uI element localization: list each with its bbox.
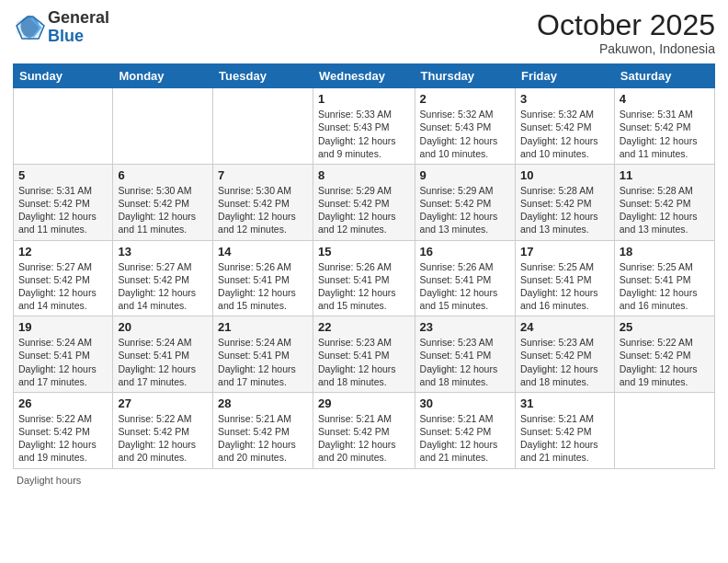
table-row: 26Sunrise: 5:22 AM Sunset: 5:42 PM Dayli… <box>14 392 113 468</box>
logo-general-text: General <box>48 9 109 28</box>
day-number: 5 <box>18 168 108 182</box>
table-row <box>113 88 213 165</box>
table-row: 29Sunrise: 5:21 AM Sunset: 5:42 PM Dayli… <box>313 392 415 468</box>
table-row: 19Sunrise: 5:24 AM Sunset: 5:41 PM Dayli… <box>14 316 113 393</box>
logo-text: General Blue <box>48 9 109 46</box>
logo: General Blue <box>13 9 109 46</box>
day-number: 19 <box>18 320 108 334</box>
day-info: Sunrise: 5:26 AM Sunset: 5:41 PM Dayligh… <box>218 260 308 313</box>
day-number: 29 <box>318 396 410 410</box>
calendar-table: Sunday Monday Tuesday Wednesday Thursday… <box>13 63 715 468</box>
day-number: 31 <box>520 396 609 410</box>
day-info: Sunrise: 5:23 AM Sunset: 5:41 PM Dayligh… <box>318 336 410 388</box>
day-info: Sunrise: 5:29 AM Sunset: 5:42 PM Dayligh… <box>318 184 410 236</box>
day-info: Sunrise: 5:32 AM Sunset: 5:43 PM Dayligh… <box>420 108 510 160</box>
table-row: 16Sunrise: 5:26 AM Sunset: 5:41 PM Dayli… <box>415 240 515 316</box>
col-friday: Friday <box>515 64 614 88</box>
table-row: 14Sunrise: 5:26 AM Sunset: 5:41 PM Dayli… <box>213 240 313 316</box>
table-row: 30Sunrise: 5:21 AM Sunset: 5:42 PM Dayli… <box>415 392 515 468</box>
day-number: 6 <box>118 168 208 182</box>
day-info: Sunrise: 5:31 AM Sunset: 5:42 PM Dayligh… <box>620 108 710 160</box>
day-info: Sunrise: 5:22 AM Sunset: 5:42 PM Dayligh… <box>18 412 108 465</box>
table-row: 21Sunrise: 5:24 AM Sunset: 5:41 PM Dayli… <box>213 316 313 393</box>
day-number: 25 <box>620 320 710 334</box>
table-row: 4Sunrise: 5:31 AM Sunset: 5:42 PM Daylig… <box>614 88 714 165</box>
day-number: 17 <box>520 245 609 259</box>
calendar-week-row: 26Sunrise: 5:22 AM Sunset: 5:42 PM Dayli… <box>14 392 715 468</box>
calendar-header-row: Sunday Monday Tuesday Wednesday Thursday… <box>14 64 715 88</box>
day-number: 18 <box>620 245 710 259</box>
day-info: Sunrise: 5:26 AM Sunset: 5:41 PM Dayligh… <box>420 260 510 313</box>
col-wednesday: Wednesday <box>313 64 415 88</box>
day-info: Sunrise: 5:28 AM Sunset: 5:42 PM Dayligh… <box>620 184 710 236</box>
day-info: Sunrise: 5:30 AM Sunset: 5:42 PM Dayligh… <box>118 184 208 236</box>
day-number: 16 <box>420 245 510 259</box>
day-info: Sunrise: 5:23 AM Sunset: 5:42 PM Dayligh… <box>520 336 609 388</box>
day-number: 23 <box>420 320 510 334</box>
day-info: Sunrise: 5:21 AM Sunset: 5:42 PM Dayligh… <box>420 412 510 465</box>
table-row: 18Sunrise: 5:25 AM Sunset: 5:41 PM Dayli… <box>614 240 714 316</box>
day-info: Sunrise: 5:32 AM Sunset: 5:42 PM Dayligh… <box>520 108 609 160</box>
table-row: 17Sunrise: 5:25 AM Sunset: 5:41 PM Dayli… <box>515 240 614 316</box>
day-number: 11 <box>620 168 710 182</box>
col-saturday: Saturday <box>614 64 714 88</box>
day-number: 9 <box>420 168 510 182</box>
day-number: 21 <box>218 320 308 334</box>
day-info: Sunrise: 5:25 AM Sunset: 5:41 PM Dayligh… <box>620 260 710 313</box>
day-number: 30 <box>420 396 510 410</box>
day-info: Sunrise: 5:21 AM Sunset: 5:42 PM Dayligh… <box>218 412 308 465</box>
daylight-hours-label: Daylight hours <box>17 475 81 486</box>
col-sunday: Sunday <box>14 64 113 88</box>
day-info: Sunrise: 5:28 AM Sunset: 5:42 PM Dayligh… <box>520 184 609 236</box>
day-number: 3 <box>520 92 609 106</box>
day-info: Sunrise: 5:21 AM Sunset: 5:42 PM Dayligh… <box>520 412 609 465</box>
day-number: 20 <box>118 320 208 334</box>
table-row: 3Sunrise: 5:32 AM Sunset: 5:42 PM Daylig… <box>515 88 614 165</box>
day-info: Sunrise: 5:29 AM Sunset: 5:42 PM Dayligh… <box>420 184 510 236</box>
col-tuesday: Tuesday <box>213 64 313 88</box>
title-block: October 2025 Pakuwon, Indonesia <box>537 9 715 56</box>
logo-blue-text: Blue <box>48 28 109 46</box>
day-info: Sunrise: 5:22 AM Sunset: 5:42 PM Dayligh… <box>118 412 208 465</box>
day-info: Sunrise: 5:22 AM Sunset: 5:42 PM Dayligh… <box>620 336 710 388</box>
day-number: 10 <box>520 168 609 182</box>
header: General Blue October 2025 Pakuwon, Indon… <box>13 9 715 56</box>
table-row: 13Sunrise: 5:27 AM Sunset: 5:42 PM Dayli… <box>113 240 213 316</box>
day-number: 27 <box>118 396 208 410</box>
day-info: Sunrise: 5:30 AM Sunset: 5:42 PM Dayligh… <box>218 184 308 236</box>
table-row <box>614 392 714 468</box>
table-row <box>14 88 113 165</box>
day-number: 12 <box>18 245 108 259</box>
day-info: Sunrise: 5:31 AM Sunset: 5:42 PM Dayligh… <box>18 184 108 236</box>
col-monday: Monday <box>113 64 213 88</box>
table-row: 31Sunrise: 5:21 AM Sunset: 5:42 PM Dayli… <box>515 392 614 468</box>
day-info: Sunrise: 5:24 AM Sunset: 5:41 PM Dayligh… <box>118 336 208 388</box>
page-container: General Blue October 2025 Pakuwon, Indon… <box>0 0 728 495</box>
day-number: 8 <box>318 168 410 182</box>
day-number: 15 <box>318 245 410 259</box>
table-row: 24Sunrise: 5:23 AM Sunset: 5:42 PM Dayli… <box>515 316 614 393</box>
day-number: 4 <box>620 92 710 106</box>
footer: Daylight hours <box>13 475 715 486</box>
table-row: 25Sunrise: 5:22 AM Sunset: 5:42 PM Dayli… <box>614 316 714 393</box>
table-row: 6Sunrise: 5:30 AM Sunset: 5:42 PM Daylig… <box>113 164 213 240</box>
table-row: 20Sunrise: 5:24 AM Sunset: 5:41 PM Dayli… <box>113 316 213 393</box>
day-number: 22 <box>318 320 410 334</box>
table-row: 11Sunrise: 5:28 AM Sunset: 5:42 PM Dayli… <box>614 164 714 240</box>
table-row: 10Sunrise: 5:28 AM Sunset: 5:42 PM Dayli… <box>515 164 614 240</box>
calendar-week-row: 12Sunrise: 5:27 AM Sunset: 5:42 PM Dayli… <box>14 240 715 316</box>
day-info: Sunrise: 5:21 AM Sunset: 5:42 PM Dayligh… <box>318 412 410 465</box>
logo-icon <box>13 11 46 44</box>
table-row: 22Sunrise: 5:23 AM Sunset: 5:41 PM Dayli… <box>313 316 415 393</box>
col-thursday: Thursday <box>415 64 515 88</box>
table-row: 9Sunrise: 5:29 AM Sunset: 5:42 PM Daylig… <box>415 164 515 240</box>
day-info: Sunrise: 5:23 AM Sunset: 5:41 PM Dayligh… <box>420 336 510 388</box>
table-row: 2Sunrise: 5:32 AM Sunset: 5:43 PM Daylig… <box>415 88 515 165</box>
table-row: 23Sunrise: 5:23 AM Sunset: 5:41 PM Dayli… <box>415 316 515 393</box>
day-number: 13 <box>118 245 208 259</box>
location-subtitle: Pakuwon, Indonesia <box>537 41 715 56</box>
month-title: October 2025 <box>537 9 715 41</box>
calendar-week-row: 19Sunrise: 5:24 AM Sunset: 5:41 PM Dayli… <box>14 316 715 393</box>
day-number: 7 <box>218 168 308 182</box>
table-row: 8Sunrise: 5:29 AM Sunset: 5:42 PM Daylig… <box>313 164 415 240</box>
